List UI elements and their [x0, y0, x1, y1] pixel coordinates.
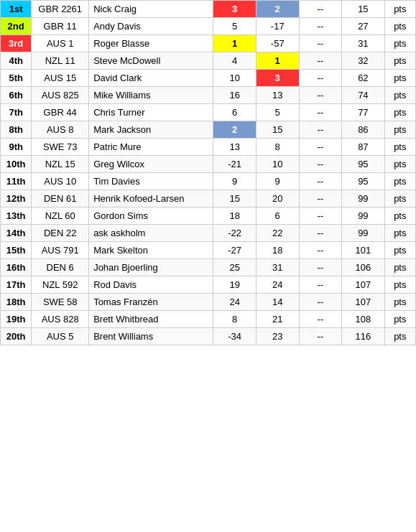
table-row: 16thDEN 6Johan Bjoerling2531--106pts — [1, 259, 416, 276]
total-score: 74 — [342, 87, 385, 104]
rank-cell: 11th — [1, 173, 32, 190]
rank-cell: 13th — [1, 207, 32, 225]
race-2-score: 22 — [256, 225, 299, 242]
race-3-score: -- — [299, 1, 342, 18]
boat-code: NZL 60 — [32, 207, 89, 225]
race-2-score: 23 — [256, 328, 299, 345]
race-3-score: -- — [299, 18, 342, 35]
table-row: 13thNZL 60Gordon Sims186--99pts — [1, 207, 416, 225]
total-score: 95 — [342, 156, 385, 173]
table-row: 12thDEN 61Henrik Kofoed-Larsen1520--99pt… — [1, 190, 416, 207]
race-1-score: 10 — [213, 70, 256, 87]
total-score: 101 — [342, 242, 385, 259]
race-1-score: 9 — [213, 173, 256, 190]
race-2-score: 10 — [256, 156, 299, 173]
race-2-score: 14 — [256, 294, 299, 311]
points-unit: pts — [384, 328, 415, 345]
rank-cell: 20th — [1, 328, 32, 345]
race-3-score: -- — [299, 190, 342, 207]
race-2-score: -57 — [256, 35, 299, 52]
race-2-score: 2 — [256, 1, 299, 18]
rank-cell: 1st — [1, 1, 32, 18]
total-score: 99 — [342, 190, 385, 207]
rank-cell: 18th — [1, 294, 32, 311]
race-3-score: -- — [299, 294, 342, 311]
total-score: 99 — [342, 207, 385, 225]
rank-cell: 10th — [1, 156, 32, 173]
points-unit: pts — [384, 259, 415, 276]
total-score: 27 — [342, 18, 385, 35]
sailor-name: Mark Jackson — [89, 121, 213, 139]
boat-code: SWE 58 — [32, 294, 89, 311]
total-score: 106 — [342, 259, 385, 276]
boat-code: AUS 15 — [32, 70, 89, 87]
boat-code: DEN 61 — [32, 190, 89, 207]
race-3-score: -- — [299, 311, 342, 328]
race-2-score: 21 — [256, 311, 299, 328]
table-row: 19thAUS 828Brett Whitbread821--108pts — [1, 311, 416, 328]
sailor-name: Nick Craig — [89, 1, 213, 18]
points-unit: pts — [384, 52, 415, 70]
boat-code: AUS 1 — [32, 35, 89, 52]
sailor-name: ask askholm — [89, 225, 213, 242]
race-1-score: 1 — [213, 35, 256, 52]
race-1-score: 18 — [213, 207, 256, 225]
rank-cell: 2nd — [1, 18, 32, 35]
points-unit: pts — [384, 70, 415, 87]
race-1-score: 13 — [213, 139, 256, 156]
sailor-name: David Clark — [89, 70, 213, 87]
points-unit: pts — [384, 225, 415, 242]
race-1-score: -21 — [213, 156, 256, 173]
boat-code: AUS 10 — [32, 173, 89, 190]
race-1-score: -27 — [213, 242, 256, 259]
race-3-score: -- — [299, 328, 342, 345]
boat-code: NZL 592 — [32, 276, 89, 294]
boat-code: DEN 22 — [32, 225, 89, 242]
boat-code: AUS 791 — [32, 242, 89, 259]
race-3-score: -- — [299, 121, 342, 139]
sailor-name: Brent Williams — [89, 328, 213, 345]
race-2-score: 1 — [256, 52, 299, 70]
table-row: 1stGBR 2261Nick Craig32--15pts — [1, 1, 416, 18]
race-2-score: 31 — [256, 259, 299, 276]
race-3-score: -- — [299, 207, 342, 225]
race-2-score: 20 — [256, 190, 299, 207]
table-row: 14thDEN 22ask askholm-2222--99pts — [1, 225, 416, 242]
rank-cell: 16th — [1, 259, 32, 276]
total-score: 31 — [342, 35, 385, 52]
sailor-name: Tomas Franzén — [89, 294, 213, 311]
sailor-name: Brett Whitbread — [89, 311, 213, 328]
table-row: 6thAUS 825Mike Williams1613--74pts — [1, 87, 416, 104]
boat-code: GBR 11 — [32, 18, 89, 35]
boat-code: SWE 73 — [32, 139, 89, 156]
table-row: 2ndGBR 11Andy Davis5-17--27pts — [1, 18, 416, 35]
total-score: 87 — [342, 139, 385, 156]
points-unit: pts — [384, 294, 415, 311]
table-row: 7thGBR 44Chris Turner65--77pts — [1, 104, 416, 121]
rank-cell: 3rd — [1, 35, 32, 52]
boat-code: AUS 828 — [32, 311, 89, 328]
sailor-name: Gordon Sims — [89, 207, 213, 225]
rank-cell: 5th — [1, 70, 32, 87]
points-unit: pts — [384, 104, 415, 121]
race-3-score: -- — [299, 156, 342, 173]
table-row: 10thNZL 15Greg Wilcox-2110--95pts — [1, 156, 416, 173]
race-1-score: -34 — [213, 328, 256, 345]
rank-cell: 7th — [1, 104, 32, 121]
total-score: 108 — [342, 311, 385, 328]
table-row: 5thAUS 15David Clark103--62pts — [1, 70, 416, 87]
race-1-score: 25 — [213, 259, 256, 276]
race-1-score: 2 — [213, 121, 256, 139]
race-2-score: 15 — [256, 121, 299, 139]
sailor-name: Tim Davies — [89, 173, 213, 190]
race-2-score: 3 — [256, 70, 299, 87]
boat-code: NZL 11 — [32, 52, 89, 70]
total-score: 15 — [342, 1, 385, 18]
race-2-score: 8 — [256, 139, 299, 156]
sailor-name: Andy Davis — [89, 18, 213, 35]
total-score: 86 — [342, 121, 385, 139]
points-unit: pts — [384, 276, 415, 294]
race-2-score: 13 — [256, 87, 299, 104]
boat-code: GBR 2261 — [32, 1, 89, 18]
points-unit: pts — [384, 242, 415, 259]
